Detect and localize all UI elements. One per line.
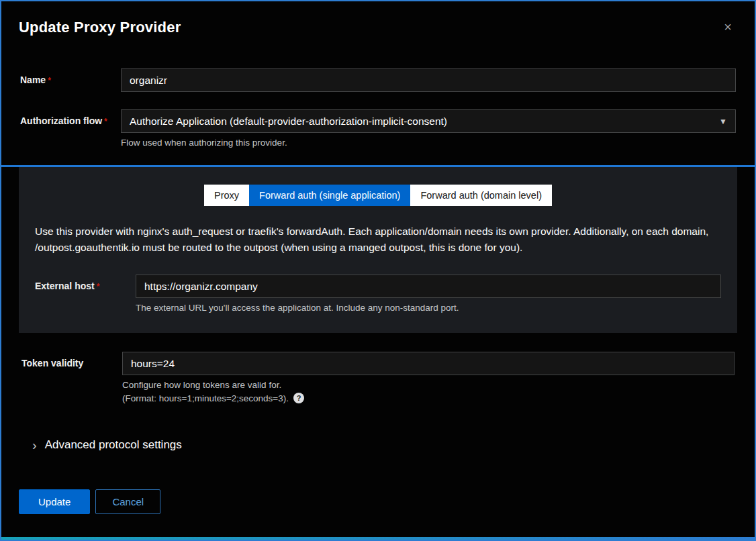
proxy-mode-section: Proxy Forward auth (single application) … (19, 167, 737, 333)
token-validity-help: Configure how long tokens are valid for. (122, 380, 735, 390)
tab-proxy[interactable]: Proxy (204, 185, 249, 206)
name-field-row: Name* (20, 68, 736, 92)
name-label: Name* (20, 68, 121, 85)
close-icon: × (724, 19, 732, 34)
external-host-row: External host* The external URL you'll a… (35, 275, 721, 313)
token-validity-input[interactable] (122, 352, 735, 375)
external-host-label: External host* (35, 275, 136, 291)
help-icon[interactable]: ? (293, 393, 304, 403)
authorization-flow-select[interactable]: Authorize Application (default-provider-… (121, 109, 736, 133)
token-validity-control: Configure how long tokens are valid for.… (122, 352, 735, 403)
tab-forward-auth-domain[interactable]: Forward auth (domain level) (410, 185, 552, 206)
mode-description: Use this provider with nginx's auth_requ… (35, 224, 713, 256)
token-validity-label: Token validity (21, 352, 122, 368)
name-input[interactable] (121, 68, 736, 92)
chevron-right-icon: › (32, 438, 37, 452)
advanced-settings-label: Advanced protocol settings (45, 438, 182, 452)
update-button[interactable]: Update (19, 489, 90, 514)
external-host-control: The external URL you'll access the appli… (136, 275, 721, 313)
required-asterisk: * (97, 282, 100, 291)
required-asterisk: * (104, 117, 107, 126)
token-validity-format: (Format: hours=1;minutes=2;seconds=3). (122, 393, 289, 403)
proxy-mode-tabs: Proxy Forward auth (single application) … (35, 185, 721, 206)
advanced-settings-toggle[interactable]: › Advanced protocol settings (32, 438, 182, 452)
required-asterisk: * (48, 76, 51, 85)
close-button[interactable]: × (724, 20, 732, 34)
authorization-flow-control: Authorize Application (default-provider-… (121, 109, 736, 148)
authorization-flow-help: Flow used when authorizing this provider… (121, 138, 736, 148)
page-title: Update Proxy Provider (19, 19, 737, 36)
external-host-input[interactable] (136, 275, 721, 298)
chevron-down-icon: ▼ (719, 117, 727, 126)
modal-footer: Update Cancel (1, 489, 755, 514)
modal-body: Name* Authorization flow* Authorize Appl… (1, 68, 755, 148)
authorization-flow-label: Authorization flow* (20, 109, 121, 126)
authorization-flow-row: Authorization flow* Authorize Applicatio… (20, 109, 736, 148)
bottom-accent-bar (1, 537, 755, 540)
token-validity-row: Token validity Configure how long tokens… (20, 352, 736, 403)
tab-forward-auth-single[interactable]: Forward auth (single application) (249, 185, 410, 206)
token-validity-format-line: (Format: hours=1;minutes=2;seconds=3). ? (122, 393, 735, 403)
external-host-help: The external URL you'll access the appli… (136, 303, 721, 313)
authorization-flow-selected-value: Authorize Application (default-provider-… (130, 115, 447, 128)
modal-header: Update Proxy Provider × (1, 1, 755, 36)
modal-body-lower: Token validity Configure how long tokens… (1, 352, 755, 452)
cancel-button[interactable]: Cancel (95, 489, 160, 514)
